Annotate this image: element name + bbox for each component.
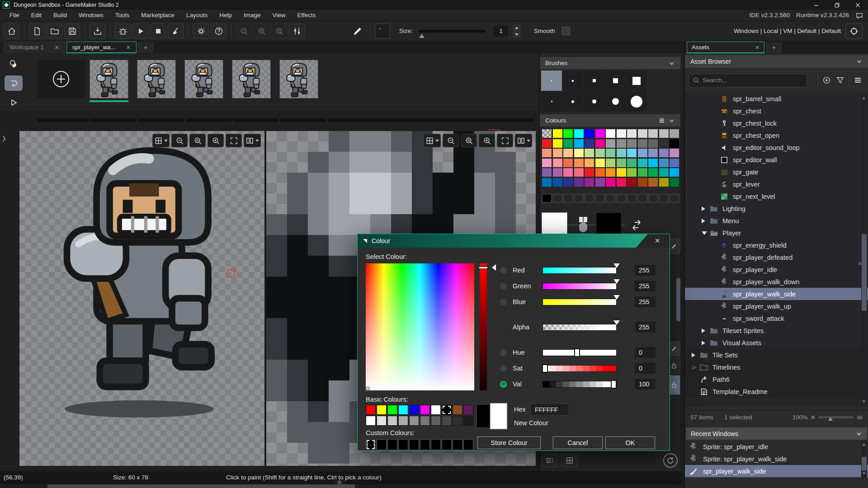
val-value[interactable]: 100 <box>635 379 656 389</box>
new-panel-tab-button[interactable]: + <box>766 42 782 52</box>
basic-colour-0-3[interactable] <box>398 405 408 415</box>
menu-tools[interactable]: Tools <box>109 12 136 19</box>
custom-swatch-11[interactable] <box>659 194 669 202</box>
tree-item-spr-gate[interactable]: spr_gate <box>685 166 868 178</box>
palette-swatch-5-9[interactable] <box>638 178 647 187</box>
zoom-in-button[interactable] <box>479 134 495 147</box>
target-icon[interactable] <box>845 23 863 39</box>
palette-swatch-3-6[interactable] <box>606 159 615 167</box>
hue-radio[interactable] <box>500 349 507 357</box>
animation-timeline[interactable] <box>37 112 534 131</box>
palette-swatch-2-11[interactable] <box>659 149 669 157</box>
palette-swatch-0-11[interactable] <box>659 129 669 138</box>
hue-slider[interactable] <box>542 349 617 356</box>
palette-swatch-3-7[interactable] <box>617 159 626 167</box>
palette-swatch-0-4[interactable] <box>585 129 594 138</box>
palette-swatch-3-8[interactable] <box>627 159 637 167</box>
tree-item-spr-chest[interactable]: spr_chest <box>685 105 868 117</box>
custom-swatch-3[interactable] <box>574 194 584 202</box>
brush-preview[interactable] <box>375 23 390 39</box>
fit-button[interactable] <box>497 134 513 147</box>
palette-swatch-3-3[interactable] <box>574 159 584 167</box>
palette-swatch-5-10[interactable] <box>648 178 658 187</box>
tree-item-spr-player-walk-up[interactable]: spr_player_walk_up <box>685 300 868 312</box>
palette-swatch-4-8[interactable] <box>627 168 637 177</box>
expand-arrow-icon[interactable] <box>702 341 708 345</box>
basic-colour-1-9[interactable] <box>463 416 473 426</box>
sat-value[interactable]: 0 <box>635 363 656 374</box>
palette-swatch-5-5[interactable] <box>595 178 605 187</box>
palette-swatch-4-0[interactable] <box>542 168 552 177</box>
palette-swatch-5-6[interactable] <box>606 178 615 187</box>
smooth-checkbox[interactable] <box>561 27 570 35</box>
palette-swatch-3-4[interactable] <box>585 159 594 167</box>
help-button[interactable] <box>211 23 226 39</box>
basic-colour-0-7[interactable] <box>442 405 452 415</box>
zoom-reset-button[interactable] <box>254 23 269 39</box>
panel-expander-icon[interactable] <box>1 134 7 144</box>
settings-button[interactable] <box>193 23 209 39</box>
expand-arrow-icon[interactable] <box>692 353 698 357</box>
editor-scrollbar[interactable] <box>676 278 680 321</box>
zoom-out-button[interactable] <box>171 134 188 147</box>
play-animation-button[interactable] <box>5 95 23 110</box>
chevron-down-icon[interactable] <box>856 58 863 65</box>
expand-arrow-icon[interactable] <box>702 328 708 333</box>
chevron-down-icon[interactable] <box>669 117 675 124</box>
target-config-text[interactable]: Windows | Local | VM | Default | Default <box>734 28 841 34</box>
ok-button[interactable]: OK <box>605 436 655 449</box>
palette-swatch-0-9[interactable] <box>638 129 647 138</box>
value-bar[interactable] <box>480 263 487 390</box>
palette-swatch-1-1[interactable] <box>553 139 562 148</box>
palette-swatch-1-0[interactable] <box>542 139 552 148</box>
hue-value[interactable]: 0 <box>635 347 656 358</box>
dock-expand-icon[interactable]: » <box>858 259 862 267</box>
alpha-slider[interactable] <box>542 324 617 331</box>
palette-swatch-1-10[interactable] <box>648 139 658 148</box>
blue-value[interactable]: 255 <box>635 296 656 307</box>
basic-colour-0-2[interactable] <box>387 405 397 415</box>
fit-button[interactable] <box>226 134 242 147</box>
browser-menu-icon[interactable] <box>851 74 864 87</box>
maximize-icon[interactable] <box>826 0 847 10</box>
basic-colour-1-5[interactable] <box>420 416 430 426</box>
palette-swatch-1-9[interactable] <box>638 139 647 148</box>
close-icon[interactable]: ✕ <box>55 44 59 51</box>
palette-swatch-4-7[interactable] <box>617 168 626 177</box>
palette-swatch-4-5[interactable] <box>595 168 605 177</box>
brush-circle-0[interactable] <box>541 91 562 112</box>
palette-swatch-1-8[interactable] <box>627 139 637 148</box>
scrollbar-thumb[interactable] <box>47 484 355 488</box>
brush-size-value[interactable]: 1 <box>492 25 509 38</box>
tree-item-spr-sword-attack[interactable]: spr_sword_attack <box>685 312 868 324</box>
palette-swatch-4-6[interactable] <box>606 168 615 177</box>
cancel-button[interactable]: Cancel <box>553 436 603 449</box>
tree-item-spr-next-level[interactable]: spr_next_level <box>685 190 868 202</box>
tree-item-path6[interactable]: Path6 <box>685 373 868 385</box>
recent-window-sprite-spr-player-walk-side[interactable]: Sprite: spr_player_walk_side <box>685 453 868 465</box>
close-icon[interactable] <box>847 0 868 10</box>
palette-swatch-2-5[interactable] <box>595 149 605 157</box>
val-slider[interactable] <box>542 381 617 388</box>
import-button[interactable] <box>90 23 105 39</box>
brush-size-slider[interactable] <box>418 30 486 33</box>
menu-layouts[interactable]: Layouts <box>180 12 213 19</box>
menu-edit[interactable]: Edit <box>25 12 47 19</box>
palette-swatch-1-5[interactable] <box>595 139 605 148</box>
grid-tool-icon[interactable] <box>561 454 578 467</box>
colour-spectrum[interactable] <box>366 263 474 390</box>
frame-2[interactable] <box>184 60 223 99</box>
dialog-custom-colour-9[interactable] <box>463 439 473 450</box>
recent-window-sprite-spr-player-idle[interactable]: Sprite: spr_player_idle <box>685 441 868 453</box>
recent-windows-header[interactable]: Recent Windows <box>686 427 867 440</box>
brush-circle-4[interactable] <box>626 91 647 112</box>
palette-swatch-1-11[interactable] <box>659 139 669 148</box>
zoom-out-button[interactable] <box>443 134 459 147</box>
basic-colour-0-6[interactable] <box>431 405 441 415</box>
custom-swatch-8[interactable] <box>627 194 637 202</box>
custom-swatch-5[interactable] <box>595 194 605 202</box>
palette-swatch-1-4[interactable] <box>585 139 594 148</box>
palette-swatch-3-2[interactable] <box>563 159 573 167</box>
palette-swatch-1-12[interactable] <box>670 139 679 148</box>
colours-header[interactable]: Colours <box>540 114 680 127</box>
